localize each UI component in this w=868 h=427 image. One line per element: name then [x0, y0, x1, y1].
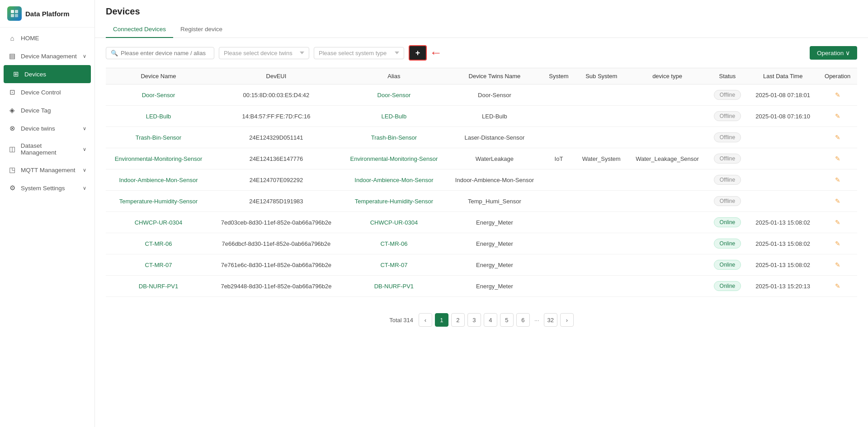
edit-icon[interactable]: ✎	[835, 197, 840, 205]
col-deveui: DevEUI	[211, 68, 341, 84]
cell-device-type	[627, 191, 707, 212]
cell-alias: CT-MR-06	[341, 233, 447, 254]
sidebar-item-device-control[interactable]: ⊡ Device Control	[0, 83, 94, 101]
total-count: Total 314	[389, 317, 413, 324]
sidebar-item-mqtt-management[interactable]: ◳ MQTT Management ∨	[0, 161, 94, 179]
cell-twins: Indoor-Ambience-Mon-Sensor	[447, 169, 542, 191]
col-sub-system: Sub System	[575, 68, 627, 84]
col-system: System	[542, 68, 575, 84]
cell-device-type	[627, 233, 707, 254]
search-box[interactable]: 🔍	[106, 47, 214, 59]
tab-connected-devices[interactable]: Connected Devices	[106, 22, 173, 38]
cell-system	[542, 84, 575, 106]
cell-last-data: 2025-01-13 15:20:13	[748, 276, 818, 297]
cell-device-name: Door-Sensor	[106, 84, 211, 106]
page-5-button[interactable]: 5	[500, 313, 514, 327]
cell-sub-system	[575, 233, 627, 254]
prev-page-button[interactable]: ‹	[419, 313, 432, 327]
cell-sub-system	[575, 276, 627, 297]
page-4-button[interactable]: 4	[484, 313, 497, 327]
sidebar-item-home[interactable]: ⌂ HOME	[0, 29, 94, 47]
settings-icon: ⚙	[8, 184, 16, 192]
cell-deveui: 24E124785D191983	[211, 191, 341, 212]
page-6-button[interactable]: 6	[516, 313, 530, 327]
tab-register-device[interactable]: Register device	[173, 22, 230, 38]
next-page-button[interactable]: ›	[560, 313, 574, 327]
page-last-button[interactable]: 32	[544, 313, 557, 327]
cell-twins: Energy_Meter	[447, 212, 542, 233]
app-name: Data Platform	[25, 10, 70, 18]
edit-icon[interactable]: ✎	[835, 219, 840, 226]
cell-device-type	[627, 169, 707, 191]
cell-deveui: 7eb29448-8d30-11ef-852e-0ab66a796b2e	[211, 276, 341, 297]
cell-deveui: 14:B4:57:FF:FE:7D:FC:16	[211, 106, 341, 127]
table-row: CT-MR-07 7e761e6c-8d30-11ef-852e-0ab66a7…	[106, 254, 857, 276]
edit-icon[interactable]: ✎	[835, 113, 840, 120]
sidebar-item-system-settings[interactable]: ⚙ System Settings ∨	[0, 179, 94, 197]
devices-icon: ⊞	[12, 70, 20, 78]
cell-last-data: 2025-01-08 07:18:01	[748, 84, 818, 106]
sidebar-item-label: System Settings	[21, 185, 65, 192]
cell-deveui: 7e761e6c-8d30-11ef-852e-0ab66a796b2e	[211, 254, 341, 276]
cell-device-name: Environmental-Monitoring-Sensor	[106, 148, 211, 169]
cell-last-data	[748, 191, 818, 212]
sidebar-item-label: Device Management	[21, 53, 77, 60]
col-status: Status	[707, 68, 748, 84]
system-type-select[interactable]: Please select system type	[314, 47, 404, 59]
content-area: 🔍 Please select device twins Please sele…	[95, 38, 868, 427]
sidebar-item-device-twins[interactable]: ⊗ Device twins ∨	[0, 119, 94, 137]
page-3-button[interactable]: 3	[467, 313, 481, 327]
cell-sub-system: Water_System	[575, 148, 627, 169]
cell-system	[542, 212, 575, 233]
cell-system	[542, 169, 575, 191]
add-device-button[interactable]: +	[409, 45, 427, 61]
cell-last-data	[748, 169, 818, 191]
cell-status: Offline	[707, 169, 748, 191]
sidebar-nav: ⌂ HOME ▤ Device Management ∨ ⊞ Devices ⊡…	[0, 28, 94, 199]
sidebar-item-device-management[interactable]: ▤ Device Management ∨	[0, 47, 94, 65]
sidebar-item-device-tag[interactable]: ◈ Device Tag	[0, 101, 94, 119]
sidebar-item-dataset-management[interactable]: ◫ Dataset Management ∨	[0, 137, 94, 161]
cell-deveui: 24E124707E092292	[211, 169, 341, 191]
cell-device-name: Indoor-Ambience-Mon-Sensor	[106, 169, 211, 191]
cell-device-name: Trash-Bin-Sensor	[106, 127, 211, 148]
edit-icon[interactable]: ✎	[835, 176, 840, 183]
edit-icon[interactable]: ✎	[835, 134, 840, 141]
cell-alias: DB-NURF-PV1	[341, 276, 447, 297]
chevron-down-icon: ∨	[83, 146, 86, 152]
table-row: CT-MR-06 7e66dbcf-8d30-11ef-852e-0ab66a7…	[106, 233, 857, 254]
logo-icon	[7, 6, 22, 21]
operation-button[interactable]: Operation ∨	[810, 46, 857, 60]
col-twins-name: Device Twins Name	[447, 68, 542, 84]
mqtt-icon: ◳	[8, 166, 16, 174]
edit-icon[interactable]: ✎	[835, 282, 840, 290]
search-input[interactable]	[121, 50, 209, 56]
cell-device-type	[627, 254, 707, 276]
cell-last-data: 2025-01-13 15:08:02	[748, 212, 818, 233]
page-1-button[interactable]: 1	[435, 313, 448, 327]
cell-status: Offline	[707, 84, 748, 106]
cell-system	[542, 191, 575, 212]
cell-device-type	[627, 84, 707, 106]
cell-device-name: CT-MR-06	[106, 233, 211, 254]
cell-status: Online	[707, 254, 748, 276]
page-header: Devices Connected Devices Register devic…	[95, 0, 868, 38]
pagination: Total 314 ‹ 1 2 3 4 5 6 ··· 32 ›	[106, 308, 857, 327]
device-twins-select[interactable]: Please select device twins	[219, 47, 309, 59]
edit-icon[interactable]: ✎	[835, 91, 840, 99]
edit-icon[interactable]: ✎	[835, 240, 840, 247]
cell-device-name: LED-Bulb	[106, 106, 211, 127]
cell-operation: ✎	[818, 106, 857, 127]
cell-twins: Temp_Humi_Sensor	[447, 191, 542, 212]
cell-alias: Environmental-Monitoring-Sensor	[341, 148, 447, 169]
cell-alias: Temperature-Humidity-Sensor	[341, 191, 447, 212]
cell-operation: ✎	[818, 254, 857, 276]
edit-icon[interactable]: ✎	[835, 155, 840, 162]
col-alias: Alias	[341, 68, 447, 84]
app-logo: Data Platform	[0, 0, 94, 28]
page-2-button[interactable]: 2	[451, 313, 465, 327]
sidebar-item-devices[interactable]: ⊞ Devices	[4, 65, 91, 83]
cell-twins: Energy_Meter	[447, 233, 542, 254]
cell-system	[542, 233, 575, 254]
edit-icon[interactable]: ✎	[835, 261, 840, 268]
